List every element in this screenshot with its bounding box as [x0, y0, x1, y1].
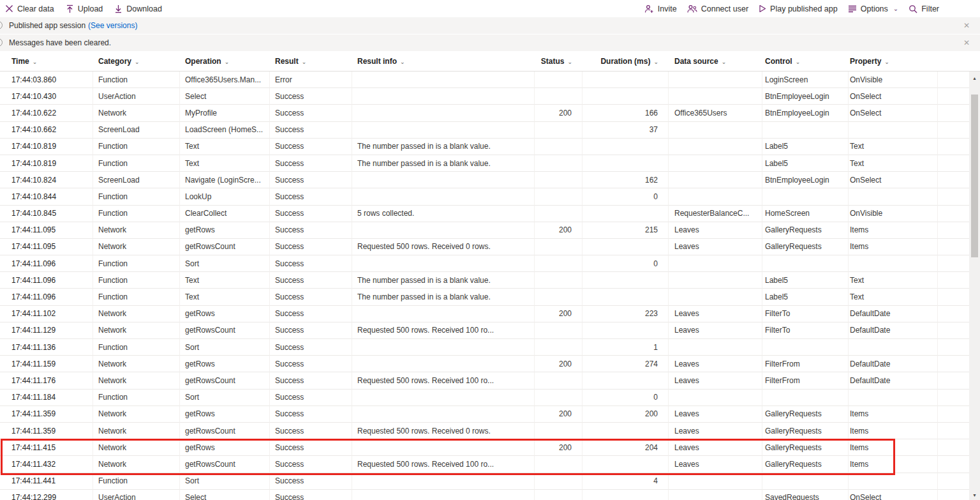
invite-label: Invite [658, 4, 677, 13]
cell-data-source: Leaves [669, 356, 762, 372]
close-icon[interactable]: ✕ [963, 22, 970, 29]
cell-status: 200 [535, 439, 583, 456]
cell-duration [583, 372, 669, 389]
cell-result-info [352, 390, 535, 406]
cell-result-info [352, 122, 535, 139]
column-header-duration[interactable]: Duration (ms)⌄ [583, 57, 669, 66]
table-row[interactable]: 17:44:10.844 Function LookUp Success 0 [0, 188, 980, 205]
chevron-down-icon: ⌄ [796, 59, 801, 65]
invite-button[interactable]: Invite [644, 4, 677, 13]
table-row[interactable]: 17:44:11.096 Function Text Success The n… [0, 289, 980, 305]
cell-operation: Select [180, 88, 270, 105]
column-header-operation[interactable]: Operation⌄ [180, 57, 270, 66]
cell-control: Label5 [762, 272, 849, 289]
table-row[interactable]: 17:44:10.824 ScreenLoad Navigate (LoginS… [0, 172, 980, 188]
cell-category: Network [93, 456, 180, 473]
table-row[interactable]: 17:44:11.102 Network getRows Success 200… [0, 306, 980, 322]
table-row[interactable]: 17:44:11.095 Network getRows Success 200… [0, 222, 980, 239]
cell-duration: 274 [583, 356, 669, 372]
cell-control: SavedRequests [762, 490, 849, 500]
cell-property: Text [849, 289, 938, 305]
top-toolbar: Clear data Upload Download Invite [0, 0, 980, 17]
table-row[interactable]: 17:44:11.184 Function Sort Success 0 [0, 390, 980, 406]
cell-duration [583, 88, 669, 105]
cell-duration [583, 289, 669, 305]
cell-control: Label5 [762, 139, 849, 155]
table-row[interactable]: 17:44:10.819 Function Text Success The n… [0, 155, 980, 172]
chevron-down-icon: ⌄ [567, 59, 572, 65]
cell-result-info [352, 172, 535, 188]
cell-status: 200 [535, 306, 583, 322]
cell-control [762, 188, 849, 205]
cell-status [535, 88, 583, 105]
table-row[interactable]: 17:44:11.136 Function Sort Success 1 [0, 339, 980, 356]
cell-data-source: Leaves [669, 423, 762, 439]
cell-duration: 204 [583, 439, 669, 456]
cell-category: Network [93, 306, 180, 322]
cell-category: Network [93, 423, 180, 439]
cell-duration: 4 [583, 473, 669, 490]
table-row[interactable]: 17:44:11.359 Network getRows Success 200… [0, 406, 980, 423]
options-button[interactable]: Options ⌄ [848, 4, 898, 13]
column-header-result[interactable]: Result⌄ [270, 57, 352, 66]
cell-data-source: Leaves [669, 372, 762, 389]
cell-duration: 166 [583, 105, 669, 121]
table-row[interactable]: 17:44:11.159 Network getRows Success 200… [0, 356, 980, 372]
vertical-scrollbar[interactable]: ▲ ▼ [969, 72, 980, 500]
table-row[interactable]: 17:44:10.430 UserAction Select Success B… [0, 88, 980, 105]
table-row[interactable]: 17:44:12.299 UserAction Select Success S… [0, 490, 980, 500]
play-published-app-button[interactable]: Play published app [759, 4, 838, 13]
cell-operation: Sort [180, 473, 270, 490]
scroll-down-icon[interactable]: ▼ [969, 490, 980, 500]
session-status-icon [0, 21, 3, 29]
table-row[interactable]: 17:44:10.662 ScreenLoad LoadScreen (Home… [0, 122, 980, 139]
table-row[interactable]: 17:44:11.096 Function Sort Success 0 [0, 255, 980, 272]
table-row[interactable]: 17:44:10.845 Function ClearCollect Succe… [0, 206, 980, 222]
connect-user-button[interactable]: Connect user [687, 4, 748, 13]
cell-operation: getRows [180, 406, 270, 423]
banner-published-session: Published app session (See versions) ✕ [0, 17, 980, 34]
scrollbar-thumb[interactable] [971, 95, 978, 257]
column-header-category[interactable]: Category⌄ [93, 57, 180, 66]
clear-data-button[interactable]: Clear data [5, 4, 54, 13]
scroll-up-icon[interactable]: ▲ [969, 73, 980, 83]
cell-data-source: Leaves [669, 322, 762, 339]
download-button[interactable]: Download [114, 4, 162, 13]
cell-category: Network [93, 105, 180, 121]
table-row[interactable]: 17:44:10.819 Function Text Success The n… [0, 139, 980, 155]
table-row[interactable]: 17:44:11.096 Function Text Success The n… [0, 272, 980, 289]
filter-button[interactable]: Filter [909, 4, 939, 13]
table-row[interactable]: 17:44:03.860 Function Office365Users.Man… [0, 72, 980, 88]
column-header-property[interactable]: Property⌄ [849, 57, 938, 66]
table-row[interactable]: 17:44:11.129 Network getRowsCount Succes… [0, 322, 980, 339]
table-row[interactable]: 17:44:11.359 Network getRowsCount Succes… [0, 423, 980, 439]
cell-category: Function [93, 206, 180, 222]
cell-duration [583, 272, 669, 289]
cell-property: OnVisible [849, 206, 938, 222]
table-row[interactable]: 17:44:10.622 Network MyProfile Success 2… [0, 105, 980, 121]
cell-result: Success [270, 490, 352, 500]
table-row[interactable]: 17:44:11.095 Network getRowsCount Succes… [0, 239, 980, 255]
cell-status [535, 139, 583, 155]
cell-category: Function [93, 72, 180, 88]
cell-property: OnSelect [849, 88, 938, 105]
column-header-time[interactable]: Time⌄ [0, 57, 93, 66]
cell-result: Success [270, 222, 352, 239]
table-row[interactable]: 17:44:11.441 Function Sort Success 4 [0, 473, 980, 490]
column-header-status[interactable]: Status⌄ [535, 57, 583, 66]
column-header-data-source[interactable]: Data source⌄ [669, 57, 762, 66]
table-row[interactable]: 17:44:11.176 Network getRowsCount Succes… [0, 372, 980, 389]
cell-data-source [669, 272, 762, 289]
table-row[interactable]: 17:44:11.432 Network getRowsCount Succes… [0, 456, 980, 473]
column-header-control[interactable]: Control⌄ [762, 57, 849, 66]
cell-property: Items [849, 439, 938, 456]
cell-category: Function [93, 139, 180, 155]
table-row[interactable]: 17:44:11.415 Network getRows Success 200… [0, 439, 980, 456]
close-icon[interactable]: ✕ [963, 39, 970, 47]
see-versions-link[interactable]: (See versions) [88, 21, 137, 30]
column-header-result-info[interactable]: Result info⌄ [352, 57, 535, 66]
cell-control: GalleryRequests [762, 222, 849, 239]
cell-result-info [352, 88, 535, 105]
upload-button[interactable]: Upload [66, 4, 103, 13]
cell-status [535, 122, 583, 139]
